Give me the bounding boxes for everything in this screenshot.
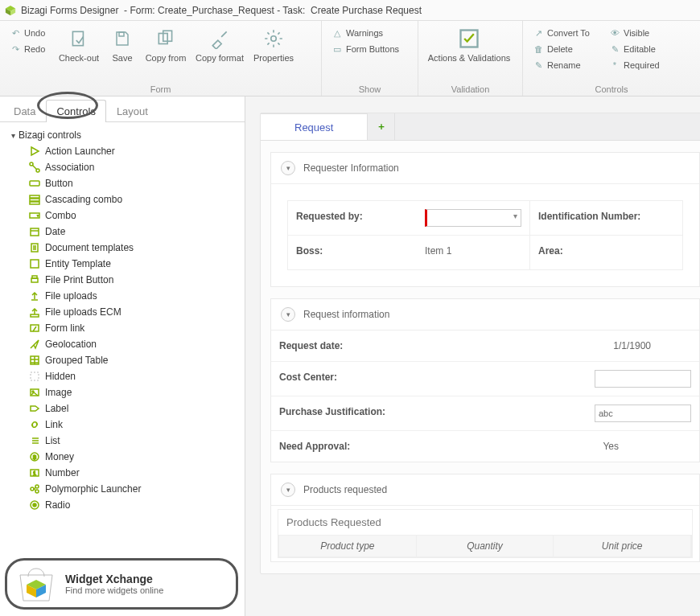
control-association[interactable]: Association [11, 159, 241, 175]
col-quantity: Quantity [417, 536, 554, 556]
save-button[interactable]: Save [105, 24, 140, 66]
chevron-down-icon[interactable]: ▾ [281, 483, 295, 497]
tab-controls[interactable]: Controls [46, 100, 105, 122]
grid-title: Products Requested [278, 510, 692, 535]
tab-data[interactable]: Data [3, 100, 46, 122]
required-button[interactable]: *Required [606, 58, 663, 72]
add-tab-button[interactable]: ＋ [368, 113, 395, 140]
actions-validations-button[interactable]: Actions & Validations [425, 24, 513, 66]
control-link[interactable]: Link [11, 417, 241, 433]
play-icon [29, 146, 40, 157]
gtable-icon [29, 355, 40, 366]
xchange-subtitle: Find more widgets online [65, 585, 163, 595]
svg-rect-25 [31, 372, 39, 380]
tab-layout[interactable]: Layout [106, 100, 159, 122]
control-radio[interactable]: Radio [11, 497, 241, 513]
money-icon: $ [29, 451, 40, 462]
chevron-down-icon[interactable]: ▾ [281, 307, 295, 322]
svg-rect-21 [32, 276, 37, 278]
control-document-templates[interactable]: Document templates [11, 240, 241, 256]
need-approval-value: Yes [400, 431, 699, 462]
shopping-bag-icon [15, 565, 57, 602]
section3-title: Products requested [303, 484, 387, 495]
left-panel: Data Controls Layout ▾Bizagi controls Ac… [0, 97, 245, 616]
control-label[interactable]: Label [11, 400, 241, 417]
requested-by-combo[interactable] [425, 209, 521, 227]
control-grouped-table[interactable]: Grouped Table [11, 352, 241, 368]
svg-text:1: 1 [33, 470, 36, 476]
svg-point-36 [33, 503, 36, 507]
controls-tree: ▾Bizagi controls Action LauncherAssociat… [0, 122, 245, 616]
control-hidden[interactable]: Hidden [11, 368, 241, 384]
date-icon [29, 226, 40, 237]
section-request-info: ▾Request information Request date:1/1/19… [270, 298, 700, 462]
ribbon-group-show-label: Show [328, 84, 411, 94]
svg-rect-13 [30, 195, 39, 198]
tree-root[interactable]: ▾Bizagi controls [11, 127, 241, 143]
rename-button[interactable]: ✎Rename [529, 58, 593, 72]
svg-rect-15 [30, 202, 39, 204]
control-combo[interactable]: Combo [11, 207, 241, 224]
geo-icon [29, 339, 40, 350]
control-list[interactable]: List [11, 433, 241, 449]
ribbon: ↶Undo ↷Redo Check-out Save Copy from Cop… [0, 21, 700, 97]
cost-center-input[interactable] [595, 370, 691, 388]
control-image[interactable]: Image [11, 384, 241, 400]
section-products: ▾Products requested Products Requested P… [270, 474, 700, 562]
doct-icon [29, 242, 40, 253]
form-tab-request[interactable]: Request [261, 113, 368, 140]
print-icon [29, 274, 40, 285]
chevron-down-icon[interactable]: ▾ [281, 161, 295, 175]
col-unit-price: Unit price [554, 536, 691, 556]
copy-format-button[interactable]: Copy format [191, 24, 248, 66]
control-form-link[interactable]: Form link [11, 320, 241, 336]
svg-rect-17 [31, 228, 39, 236]
control-cascading-combo[interactable]: Cascading combo [11, 191, 241, 207]
redo-button[interactable]: ↷Redo [6, 42, 53, 56]
convert-to-button[interactable]: ↗Convert To [529, 26, 593, 40]
control-file-print-button[interactable]: File Print Button [11, 272, 241, 288]
control-geolocation[interactable]: Geolocation [11, 336, 241, 352]
control-action-launcher[interactable]: Action Launcher [11, 143, 241, 159]
control-entity-template[interactable]: Entity Template [11, 256, 241, 272]
control-polymorphic-launcher[interactable]: Polymorphic Launcher [11, 481, 241, 497]
combo-icon [29, 210, 40, 221]
justification-label: Purchase Justification: [271, 396, 400, 430]
boss-value: Item 1 [417, 236, 529, 266]
request-date-value: 1/1/1900 [400, 331, 699, 361]
hidden-icon [29, 371, 40, 382]
svg-marker-9 [31, 147, 39, 155]
ribbon-group-form-label: Form [6, 84, 315, 94]
col-product-type: Product type [279, 536, 417, 556]
control-file-uploads[interactable]: File uploads [11, 288, 241, 304]
control-money[interactable]: $Money [11, 449, 241, 465]
warnings-button[interactable]: △Warnings [328, 26, 402, 40]
form-canvas: Request ＋ ▾Requester Information Request… [245, 97, 700, 616]
uploadecm-icon [29, 306, 40, 318]
svg-text:$: $ [33, 454, 36, 460]
cost-center-label: Cost Center: [271, 362, 400, 396]
requested-by-label: Requested by: [288, 201, 417, 235]
form-buttons-button[interactable]: ▭Form Buttons [328, 42, 402, 56]
widget-xchange-button[interactable]: Widget Xchange Find more widgets online [5, 558, 238, 610]
checkout-button[interactable]: Check-out [55, 24, 103, 66]
delete-button[interactable]: 🗑Delete [529, 42, 593, 56]
copy-from-button[interactable]: Copy from [142, 24, 190, 66]
poly-icon [29, 483, 40, 495]
control-date[interactable]: Date [11, 224, 241, 240]
radio-icon [29, 499, 40, 511]
number-icon: 1 [29, 467, 40, 478]
control-number[interactable]: 1Number [11, 465, 241, 481]
control-button[interactable]: Button [11, 175, 241, 191]
svg-rect-14 [30, 199, 39, 201]
title-text: Bizagi Forms Designer - Form: Create_Pur… [21, 5, 422, 16]
editable-button[interactable]: ✎Editable [606, 42, 663, 56]
button-icon [29, 178, 40, 189]
undo-button[interactable]: ↶Undo [6, 26, 53, 40]
visible-button[interactable]: 👁Visible [606, 26, 663, 40]
justification-input[interactable]: abc [595, 405, 691, 422]
properties-button[interactable]: Properties [249, 24, 298, 66]
svg-rect-12 [30, 181, 39, 186]
control-file-uploads-ecm[interactable]: File uploads ECM [11, 304, 241, 320]
boss-label: Boss: [288, 236, 417, 266]
